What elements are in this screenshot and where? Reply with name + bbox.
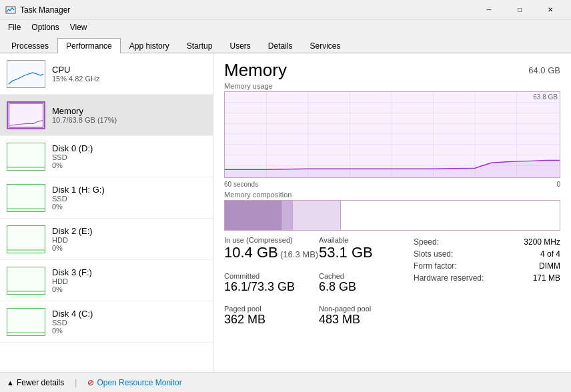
tab-startup[interactable]: Startup	[178, 38, 221, 53]
sidebar-item-disk3[interactable]: Disk 3 (F:) HDD 0%	[0, 260, 213, 301]
menubar: File Options View	[0, 20, 571, 35]
window-title: Task Manager	[20, 5, 474, 15]
right-panel: Memory 64.0 GB Memory usage 63.8 GB	[213, 53, 571, 372]
nonpaged-label: Non-paged pool	[319, 305, 414, 313]
memory-name: Memory	[52, 106, 206, 116]
disk2-name: Disk 2 (E:)	[52, 226, 206, 236]
sidebar-item-disk2[interactable]: Disk 2 (E:) HDD 0%	[0, 219, 213, 260]
form-value: DIMM	[539, 261, 560, 271]
disk0-info: Disk 0 (D:) SSD 0%	[52, 143, 206, 169]
memory-composition-chart	[224, 200, 560, 231]
usage-chart-label: Memory usage	[224, 82, 560, 90]
committed-label: Committed	[224, 272, 319, 280]
stats-row2: Committed 16.1/73.3 GB Cached 6.8 GB	[224, 272, 414, 301]
memory-usage-chart: 63.8 GB	[224, 91, 560, 178]
svg-rect-12	[7, 309, 45, 335]
right-stats: Speed: 3200 MHz Slots used: 4 of 4 Form …	[414, 236, 560, 333]
fewer-details-item[interactable]: ▲ Fewer details	[7, 378, 64, 387]
disk0-val: 0%	[52, 161, 206, 169]
hw-reserved-row: Hardware reserved: 171 MB	[414, 273, 560, 283]
disk1-sub: SSD	[52, 195, 206, 203]
form-row: Form factor: DIMM	[414, 261, 560, 271]
left-panel: CPU 15% 4.82 GHz Memory 10.7/63.8 GB (17…	[0, 53, 213, 372]
disk0-thumbnail	[7, 143, 45, 171]
close-button[interactable]: ✕	[535, 0, 566, 20]
minimize-button[interactable]: ─	[474, 0, 504, 20]
tab-services[interactable]: Services	[302, 38, 350, 53]
available-label: Available	[319, 236, 414, 244]
bottombar: ▲ Fewer details | ⊘ Open Resource Monito…	[0, 372, 571, 392]
app-icon	[5, 5, 16, 15]
memory-header: Memory 64.0 GB	[224, 60, 560, 81]
cpu-info: CPU 15% 4.82 GHz	[52, 65, 206, 83]
disk3-info: Disk 3 (F:) HDD 0%	[52, 267, 206, 293]
paged-value: 362 MB	[224, 313, 319, 327]
open-resource-monitor-label[interactable]: Open Resource Monitor	[97, 378, 181, 387]
menu-view[interactable]: View	[65, 21, 93, 33]
disk4-info: Disk 4 (C:) SSD 0%	[52, 309, 206, 335]
hw-reserved-value: 171 MB	[533, 273, 560, 283]
left-stats: In use (Compressed) 10.4 GB (16.3 MB) Av…	[224, 236, 414, 333]
tabbar: Processes Performance App history Startu…	[0, 35, 571, 53]
committed-value: 16.1/73.3 GB	[224, 280, 319, 294]
fewer-details-label: Fewer details	[17, 378, 64, 387]
disk1-val: 0%	[52, 203, 206, 211]
disk3-name: Disk 3 (F:)	[52, 267, 206, 277]
comp-standby	[293, 201, 340, 230]
tab-performance[interactable]: Performance	[57, 38, 121, 53]
paged-label: Paged pool	[224, 305, 319, 313]
hw-reserved-label: Hardware reserved:	[414, 273, 484, 283]
tab-app-history[interactable]: App history	[121, 38, 178, 53]
comp-inuse	[225, 201, 281, 230]
slots-label: Slots used:	[414, 249, 453, 259]
sidebar-item-disk4[interactable]: Disk 4 (C:) SSD 0%	[0, 301, 213, 343]
disk2-sub: HDD	[52, 236, 206, 244]
svg-rect-2	[8, 103, 43, 128]
stat-inuse: In use (Compressed) 10.4 GB (16.3 MB)	[224, 236, 319, 261]
speed-value: 3200 MHz	[524, 237, 560, 247]
disk1-thumbnail	[7, 184, 45, 212]
stats-row1: In use (Compressed) 10.4 GB (16.3 MB) Av…	[224, 236, 414, 268]
svg-rect-6	[7, 185, 45, 211]
composition-label: Memory composition	[224, 191, 560, 199]
disk4-val: 0%	[52, 327, 206, 335]
memory-sub: 10.7/63.8 GB (17%)	[52, 116, 206, 124]
usage-chart-svg	[225, 92, 560, 177]
sidebar-item-memory[interactable]: Memory 10.7/63.8 GB (17%)	[0, 95, 213, 136]
speed-label: Speed:	[414, 237, 439, 247]
disk3-val: 0%	[52, 285, 206, 293]
sidebar-item-disk1[interactable]: Disk 1 (H: G:) SSD 0%	[0, 177, 213, 219]
sidebar-item-disk0[interactable]: Disk 0 (D:) SSD 0%	[0, 136, 213, 177]
svg-rect-10	[7, 267, 45, 294]
tab-processes[interactable]: Processes	[3, 38, 57, 53]
inuse-compressed: (16.3 MB)	[280, 249, 318, 259]
disk1-info: Disk 1 (H: G:) SSD 0%	[52, 185, 206, 211]
comp-modified	[282, 201, 292, 230]
menu-options[interactable]: Options	[26, 21, 64, 33]
chart-time-start: 60 seconds	[224, 181, 258, 188]
chevron-up-icon: ▲	[7, 379, 14, 387]
disk1-name: Disk 1 (H: G:)	[52, 185, 206, 195]
separator: |	[75, 378, 77, 387]
inuse-gb: 10.4 GB	[224, 244, 278, 261]
chart-time-labels: 60 seconds 0	[224, 181, 560, 188]
comp-free	[341, 201, 560, 230]
cpu-sub: 15% 4.82 GHz	[52, 75, 206, 83]
form-label: Form factor:	[414, 261, 457, 271]
svg-rect-4	[7, 143, 45, 170]
stat-committed: Committed 16.1/73.3 GB	[224, 272, 319, 294]
maximize-button[interactable]: □	[504, 0, 535, 20]
disk2-val: 0%	[52, 244, 206, 252]
resource-monitor-icon: ⊘	[87, 378, 94, 387]
stat-available: Available 53.1 GB	[319, 236, 414, 261]
main-content: CPU 15% 4.82 GHz Memory 10.7/63.8 GB (17…	[0, 53, 571, 372]
menu-file[interactable]: File	[3, 21, 26, 33]
svg-marker-28	[225, 160, 560, 177]
memory-info: Memory 10.7/63.8 GB (17%)	[52, 106, 206, 124]
open-resource-monitor-item[interactable]: ⊘ Open Resource Monitor	[87, 378, 181, 387]
tab-details[interactable]: Details	[259, 38, 302, 53]
sidebar-item-cpu[interactable]: CPU 15% 4.82 GHz	[0, 53, 213, 95]
tab-users[interactable]: Users	[221, 38, 259, 53]
disk4-thumbnail	[7, 308, 45, 336]
stat-paged: Paged pool 362 MB	[224, 305, 319, 327]
